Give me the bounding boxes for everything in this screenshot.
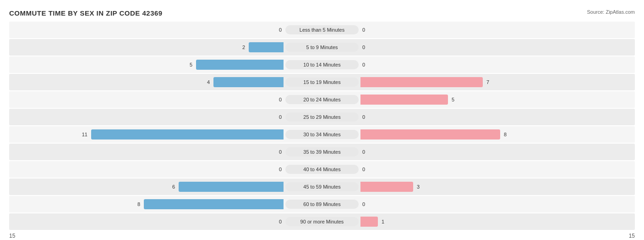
female-bar [360,217,378,227]
female-value: 0 [362,167,365,172]
female-bar [360,77,483,87]
male-bar [249,42,284,52]
male-bar [91,129,284,140]
row-label: 40 to 44 Minutes [285,165,359,174]
table-row: 645 to 59 Minutes3 [9,179,635,195]
male-value: 0 [279,97,282,102]
male-bar [144,199,284,209]
right-section: 0 [359,45,635,50]
male-value: 0 [279,149,282,155]
female-value: 3 [417,184,420,190]
row-label: 25 to 29 Minutes [285,112,359,122]
right-section: 0 [359,201,635,207]
male-value: 0 [279,219,282,224]
male-value: 8 [137,201,140,207]
right-section: 8 [359,129,635,140]
right-section: 5 [359,95,635,105]
right-section: 0 [359,149,635,155]
row-label: 10 to 14 Minutes [285,60,359,69]
left-section: 4 [9,77,285,87]
right-section: 0 [359,27,635,33]
table-row: 0Less than 5 Minutes0 [9,22,635,38]
male-value: 5 [190,62,192,67]
table-row: 090 or more Minutes1 [9,213,635,230]
left-section: 6 [9,182,285,192]
chart-area: 0Less than 5 Minutes025 to 9 Minutes0510… [9,22,635,231]
table-row: 860 to 89 Minutes0 [9,196,635,212]
chart-title: COMMUTE TIME BY SEX IN ZIP CODE 42369 [9,9,635,17]
row-label: 35 to 39 Minutes [285,147,359,156]
female-bar [360,129,500,140]
male-value: 0 [279,27,282,33]
chart-container: COMMUTE TIME BY SEX IN ZIP CODE 42369 So… [0,0,644,240]
female-value: 0 [362,45,365,50]
table-row: 035 to 39 Minutes0 [9,144,635,160]
table-row: 1130 to 34 Minutes8 [9,126,635,143]
female-value: 5 [452,97,454,102]
female-value: 0 [362,62,365,67]
left-section: 0 [9,114,285,120]
left-section: 0 [9,149,285,155]
male-value: 0 [279,114,282,120]
male-bar [179,182,284,192]
row-label: 90 or more Minutes [285,217,359,226]
left-section: 0 [9,219,285,224]
female-bar [360,182,413,192]
axis-right: 15 [629,233,635,239]
female-bar [360,95,448,105]
left-section: 0 [9,27,285,33]
source-label: Source: ZipAtlas.com [587,9,635,15]
table-row: 25 to 9 Minutes0 [9,39,635,56]
male-value: 0 [279,167,282,172]
male-value: 2 [242,45,245,50]
right-section: 1 [359,217,635,227]
female-value: 0 [362,149,365,155]
right-section: 0 [359,114,635,120]
female-value: 8 [504,132,507,137]
axis-left: 15 [9,233,15,239]
male-value: 11 [82,132,87,137]
table-row: 510 to 14 Minutes0 [9,56,635,73]
row-label: 5 to 9 Minutes [285,43,359,52]
female-value: 7 [486,79,489,85]
right-section: 0 [359,167,635,172]
table-row: 020 to 24 Minutes5 [9,91,635,108]
male-value: 6 [172,184,175,190]
row-label: 30 to 34 Minutes [285,130,359,139]
right-section: 0 [359,62,635,67]
female-value: 0 [362,114,365,120]
male-bar [213,77,284,87]
axis-labels: 15 15 [9,233,635,239]
left-section: 0 [9,167,285,172]
row-label: 45 to 59 Minutes [285,182,359,191]
male-value: 4 [207,79,210,85]
row-label: 20 to 24 Minutes [285,95,359,104]
left-section: 5 [9,60,285,70]
left-section: 11 [9,129,285,140]
row-label: 15 to 19 Minutes [285,78,359,87]
table-row: 025 to 29 Minutes0 [9,109,635,125]
row-label: Less than 5 Minutes [285,25,359,34]
table-row: 040 to 44 Minutes0 [9,161,635,178]
left-section: 2 [9,42,285,52]
right-section: 7 [359,77,635,87]
male-bar [196,60,284,70]
row-label: 60 to 89 Minutes [285,200,359,209]
right-section: 3 [359,182,635,192]
left-section: 0 [9,97,285,102]
left-section: 8 [9,199,285,209]
female-value: 1 [382,219,384,224]
female-value: 0 [362,27,365,33]
table-row: 415 to 19 Minutes7 [9,74,635,90]
female-value: 0 [362,201,365,207]
